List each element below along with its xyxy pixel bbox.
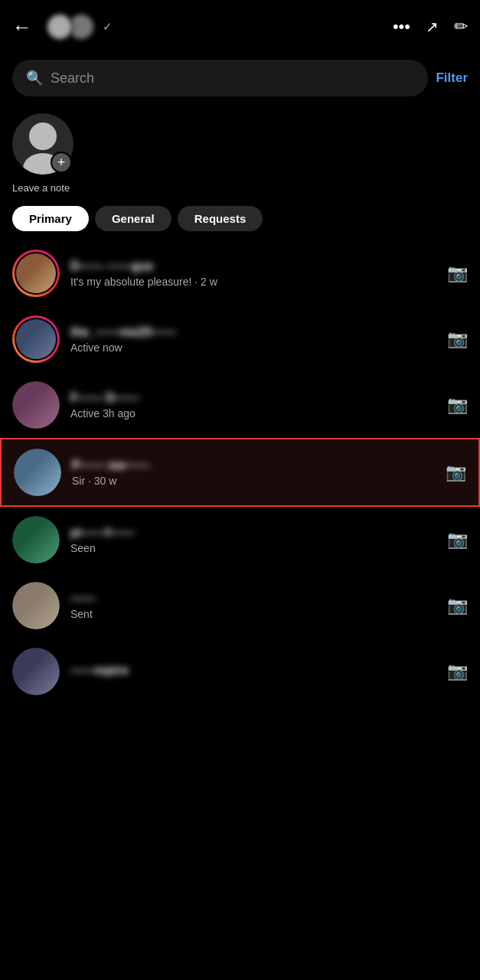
more-options-button[interactable]: ••• [393, 17, 410, 37]
avatar [12, 516, 60, 564]
leave-note-label: Leave a note [12, 182, 70, 194]
header-avatars: ✓ [46, 13, 377, 41]
message-item[interactable]: F—— D—— Active 3h ago 📷 [0, 372, 480, 438]
contact-name: D—— ——gue [70, 260, 436, 273]
message-info: the_——me20—— Active now [70, 325, 436, 354]
message-item[interactable]: the_——me20—— Active now 📷 [0, 306, 480, 372]
camera-icon[interactable]: 📷 [447, 530, 468, 550]
message-item[interactable]: —— Sent 📷 [0, 573, 480, 639]
message-info: ——mpire [70, 664, 436, 680]
add-note-button[interactable]: + [51, 152, 72, 173]
avatar [12, 648, 60, 695]
contact-name: the_——me20—— [70, 325, 436, 339]
contact-name: F—— D—— [70, 391, 436, 405]
tabs-row: Primary General Requests [0, 206, 480, 240]
avatar [14, 449, 61, 496]
avatar [12, 582, 60, 629]
camera-icon[interactable]: 📷 [447, 263, 468, 283]
note-section: + Leave a note [0, 106, 480, 206]
avatar [12, 250, 60, 297]
message-item[interactable]: ——mpire 📷 [0, 639, 480, 704]
svg-point-0 [29, 122, 57, 150]
contact-name: P—— ow—— [72, 459, 435, 472]
note-avatar-wrapper[interactable]: + [12, 113, 73, 175]
camera-icon[interactable]: 📷 [447, 662, 468, 681]
camera-icon[interactable]: 📷 [447, 596, 468, 616]
search-icon: 🔍 [26, 70, 43, 87]
message-preview: Sir · 30 w [72, 475, 435, 487]
header: ← ✓ ••• ↗ ✏ [0, 0, 480, 54]
message-item[interactable]: D—— ——gue It's my absolute pleasure! · 2… [0, 240, 480, 306]
contact-name: —— [70, 592, 436, 606]
message-item-highlighted[interactable]: P—— ow—— Sir · 30 w 📷 [0, 438, 480, 507]
message-item[interactable]: pi——f—— Seen 📷 [0, 507, 480, 573]
camera-icon[interactable]: 📷 [446, 462, 466, 482]
tab-primary[interactable]: Primary [12, 206, 89, 231]
message-preview: It's my absolute pleasure! · 2 w [70, 276, 436, 288]
message-preview: Active now [70, 341, 436, 354]
contact-name: pi——f—— [70, 526, 436, 540]
message-list: D—— ——gue It's my absolute pleasure! · 2… [0, 240, 480, 704]
message-info: D—— ——gue It's my absolute pleasure! · 2… [70, 260, 436, 288]
header-check: ✓ [103, 20, 113, 34]
message-preview: Seen [70, 542, 436, 554]
message-info: pi——f—— Seen [70, 526, 436, 554]
message-preview: Sent [70, 608, 436, 620]
avatar [12, 381, 60, 429]
camera-icon[interactable]: 📷 [447, 329, 468, 349]
search-row: 🔍 Search Filter [0, 54, 480, 106]
back-button[interactable]: ← [12, 15, 32, 39]
search-placeholder: Search [51, 70, 94, 87]
search-bar[interactable]: 🔍 Search [12, 60, 428, 96]
message-info: —— Sent [70, 592, 436, 620]
avatar [12, 315, 60, 363]
tab-general[interactable]: General [95, 206, 171, 231]
edit-button[interactable]: ✏ [454, 17, 468, 37]
message-preview: Active 3h ago [70, 407, 436, 420]
message-info: F—— D—— Active 3h ago [70, 391, 436, 420]
contact-name: ——mpire [70, 664, 436, 678]
camera-icon[interactable]: 📷 [447, 395, 468, 415]
trending-icon-button[interactable]: ↗ [426, 18, 439, 36]
message-info: P—— ow—— Sir · 30 w [72, 459, 435, 487]
filter-button[interactable]: Filter [436, 70, 468, 86]
header-avatar-1 [46, 13, 73, 41]
tab-requests[interactable]: Requests [178, 206, 263, 231]
